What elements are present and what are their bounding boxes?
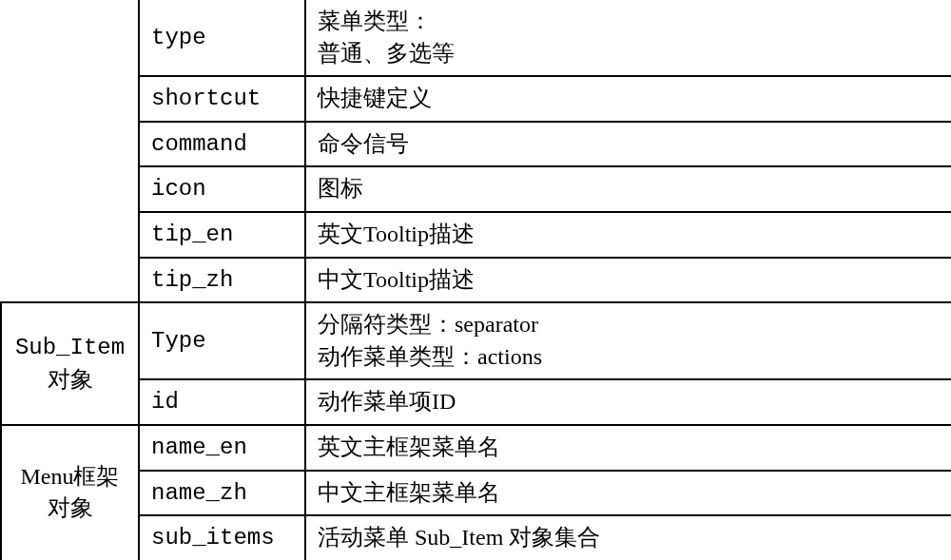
group-label-line: Menu框架 (21, 464, 120, 489)
table-row: icon 图标 (1, 166, 951, 212)
desc-line: 分隔符类型：separator (318, 312, 538, 337)
table-row: id 动作菜单项ID (1, 379, 951, 425)
field-cell: tip_en (139, 212, 305, 258)
field-cell: icon (139, 166, 305, 212)
desc-cell: 英文Tooltip描述 (305, 212, 951, 258)
group-label-line: 对象 (48, 495, 93, 520)
table-row: Menu框架 对象 name_en 英文主框架菜单名 (1, 425, 951, 471)
desc-cell: 命令信号 (305, 122, 951, 167)
desc-line: 普通、多选等 (318, 41, 455, 66)
field-cell: id (139, 379, 305, 425)
table-row: tip_zh 中文Tooltip描述 (1, 258, 951, 303)
field-cell: tip_zh (139, 258, 305, 303)
field-cell: sub_items (139, 515, 305, 560)
desc-cell: 快捷键定义 (305, 76, 951, 122)
desc-cell: 中文Tooltip描述 (305, 258, 951, 303)
field-cell: shortcut (139, 76, 305, 122)
desc-line: 动作菜单类型：actions (318, 344, 542, 369)
table-row: Sub_Item 对象 Type 分隔符类型：separator 动作菜单类型：… (1, 302, 951, 379)
table-row: name_zh 中文主框架菜单名 (1, 471, 951, 516)
desc-cell: 英文主框架菜单名 (305, 425, 951, 471)
group-cell-menu: Menu框架 对象 (1, 425, 139, 560)
table-row: tip_en 英文Tooltip描述 (1, 212, 951, 258)
group-cell-sub-item: Sub_Item 对象 (1, 302, 139, 425)
table-row: shortcut 快捷键定义 (1, 76, 951, 122)
group-label-line: 对象 (48, 367, 93, 392)
spec-table: type 菜单类型： 普通、多选等 shortcut 快捷键定义 command… (0, 0, 951, 560)
group-cell-blank (1, 0, 139, 302)
field-cell: command (139, 122, 305, 167)
field-cell: name_en (139, 425, 305, 471)
table-row: type 菜单类型： 普通、多选等 (1, 0, 951, 76)
desc-cell: 中文主框架菜单名 (305, 471, 951, 516)
desc-cell: 动作菜单项ID (305, 379, 951, 425)
field-cell: name_zh (139, 471, 305, 516)
desc-line: 菜单类型： (318, 9, 432, 33)
table-row: sub_items 活动菜单 Sub_Item 对象集合 (1, 515, 951, 560)
desc-cell: 图标 (305, 166, 951, 212)
field-cell: Type (139, 302, 305, 379)
group-label-line: Sub_Item (15, 335, 125, 360)
field-cell: type (139, 0, 305, 76)
desc-cell: 分隔符类型：separator 动作菜单类型：actions (305, 302, 951, 379)
desc-cell: 活动菜单 Sub_Item 对象集合 (305, 515, 951, 560)
table-row: command 命令信号 (1, 122, 951, 167)
desc-cell: 菜单类型： 普通、多选等 (305, 0, 951, 76)
